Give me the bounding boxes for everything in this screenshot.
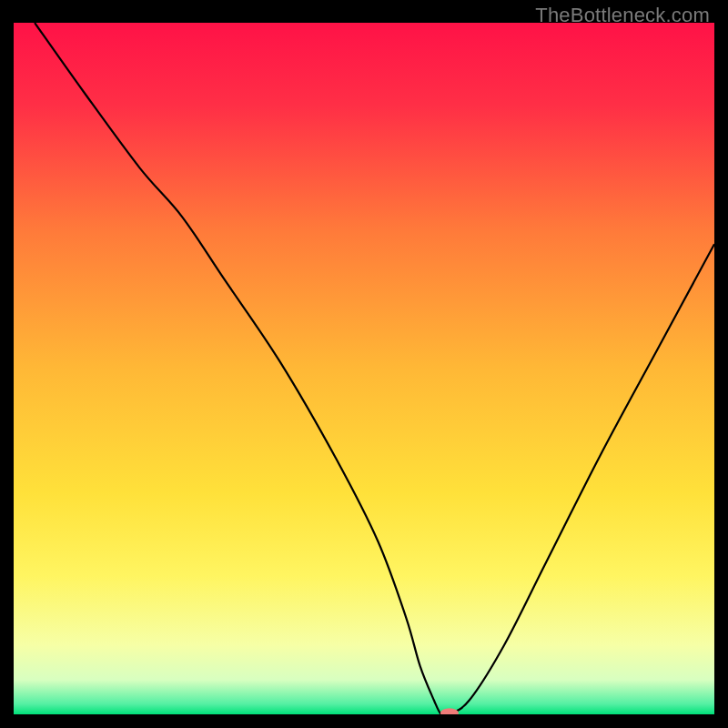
chart-svg xyxy=(14,23,714,714)
chart-container: TheBottleneck.com xyxy=(0,0,728,728)
attribution-label: TheBottleneck.com xyxy=(535,4,710,27)
plot-area xyxy=(14,23,714,714)
gradient-background xyxy=(14,23,714,714)
